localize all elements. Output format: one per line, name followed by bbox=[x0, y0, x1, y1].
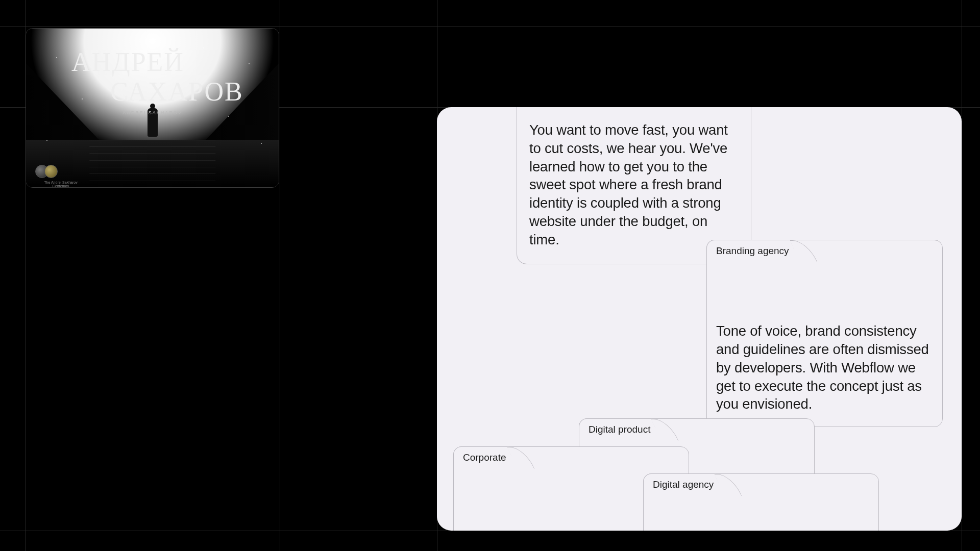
folder-tab-label: Digital agency bbox=[653, 479, 714, 490]
thumb-title-line2: САХАРОВ bbox=[51, 79, 279, 105]
folder-tab-digital-agency[interactable]: Digital agency bbox=[643, 473, 725, 495]
folder-tab-label: Branding agency bbox=[716, 245, 789, 257]
folder-tab-digital-product[interactable]: Digital product bbox=[579, 418, 662, 440]
folder-body-branding: Tone of voice, brand consistency and gui… bbox=[716, 322, 930, 413]
thumb-title: АНДРЕЙ САХАРОВ bbox=[26, 49, 279, 105]
intro-text: You want to move fast, you want to cut c… bbox=[529, 121, 739, 248]
silhouette-icon bbox=[146, 104, 159, 137]
thumb-subtitle: ANDREI SAKHAROV bbox=[26, 110, 279, 115]
thumb-badge-label: The Andrei Sakharov Centenary bbox=[40, 181, 81, 188]
info-panel: You want to move fast, you want to cut c… bbox=[437, 107, 962, 531]
project-thumbnail-sakharov[interactable]: АНДРЕЙ САХАРОВ ANDREI SAKHAROV The Andre… bbox=[26, 28, 279, 188]
folder-tab-branding[interactable]: Branding agency bbox=[706, 240, 801, 261]
medal-icon bbox=[44, 165, 58, 178]
folder-branding-agency[interactable]: Branding agency Tone of voice, brand con… bbox=[706, 240, 943, 427]
thumb-title-line1: АНДРЕЙ bbox=[26, 49, 254, 76]
folder-tab-label: Digital product bbox=[589, 424, 650, 435]
thumb-badges: The Andrei Sakharov Centenary bbox=[35, 165, 58, 178]
folder-digital-agency[interactable]: Digital agency bbox=[643, 473, 879, 531]
thumb-stairs bbox=[89, 140, 216, 187]
folder-tab-label: Corporate bbox=[463, 452, 506, 463]
folder-tab-corporate[interactable]: Corporate bbox=[453, 446, 518, 468]
